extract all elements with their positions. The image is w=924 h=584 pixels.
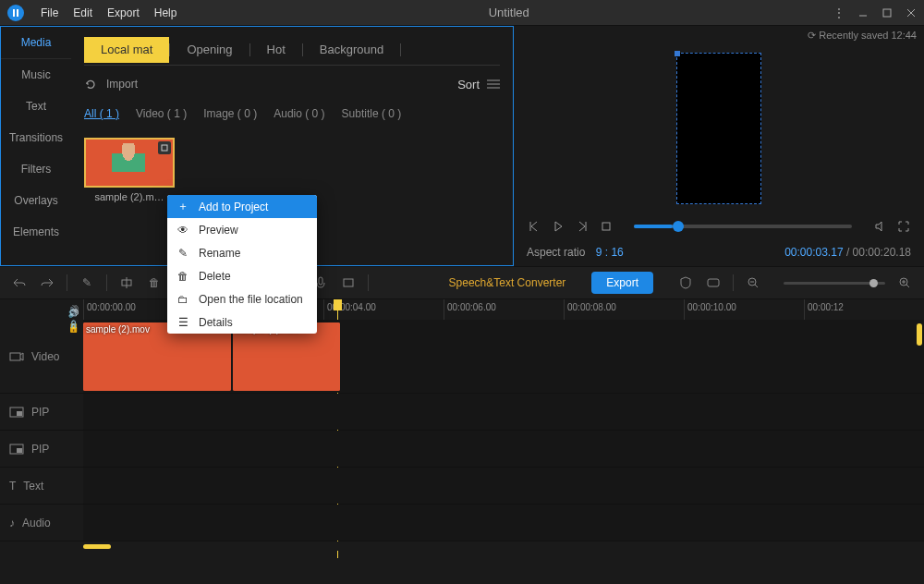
- sort-button[interactable]: Sort: [457, 78, 480, 91]
- window-title: Untitled: [184, 6, 833, 19]
- sidebar-item-transitions[interactable]: Transitions: [1, 122, 71, 153]
- thumbnail-label: sample (2).m…: [84, 191, 175, 202]
- time-current: 00:00:03.17: [784, 246, 843, 259]
- prev-frame-icon[interactable]: [527, 219, 541, 234]
- time-total: 00:00:20.18: [853, 246, 911, 259]
- time-ruler[interactable]: 00:00:00.00 00:00:02.00 00:00:04.00 00:0…: [0, 299, 924, 320]
- pencil-tool-icon[interactable]: ✎: [79, 274, 95, 291]
- track-pip-2[interactable]: PIP 🔊🔒: [0, 431, 924, 468]
- sidebar-item-filters[interactable]: Filters: [1, 153, 71, 185]
- horizontal-scrollbar[interactable]: [0, 541, 924, 551]
- ctx-preview[interactable]: 👁Preview: [167, 218, 317, 241]
- saved-status: ⟳ Recently saved 12:44: [514, 26, 924, 45]
- pip-icon: [9, 444, 24, 455]
- preview-viewport[interactable]: [676, 53, 761, 204]
- filter-subtitle[interactable]: Subtitle ( 0 ): [342, 107, 402, 120]
- menu-file[interactable]: File: [33, 6, 66, 19]
- track-video: Video 🔊🔒 sample (2).mov sample (2).mov: [0, 320, 924, 394]
- svg-rect-34: [17, 448, 22, 453]
- fit-icon[interactable]: [705, 274, 722, 291]
- redo-icon[interactable]: [39, 274, 55, 291]
- menu-help[interactable]: Help: [147, 6, 185, 19]
- zoom-out-icon[interactable]: [745, 274, 761, 291]
- timeline: 00:00:00.00 00:00:02.00 00:00:04.00 00:0…: [0, 299, 924, 551]
- zoom-in-icon[interactable]: [896, 274, 913, 291]
- export-button[interactable]: Export: [591, 272, 653, 294]
- tab-local[interactable]: Local mat: [84, 37, 169, 63]
- ctx-rename[interactable]: ✎Rename: [167, 241, 317, 264]
- svg-line-29: [906, 285, 909, 287]
- import-button[interactable]: Import: [106, 78, 138, 91]
- close-icon[interactable]: [906, 7, 917, 18]
- left-sidebar: Media Music Text Transitions Filters Ove…: [1, 27, 71, 265]
- eye-icon: 👁: [176, 224, 189, 237]
- svg-rect-22: [708, 279, 719, 286]
- refresh-icon[interactable]: [84, 78, 97, 91]
- volume-small-icon[interactable]: 🔊: [68, 309, 79, 318]
- stop-icon[interactable]: [599, 219, 614, 234]
- app-logo-icon: [7, 5, 24, 21]
- menu-edit[interactable]: Edit: [66, 6, 100, 19]
- volume-icon[interactable]: [872, 219, 887, 234]
- seek-bar[interactable]: [634, 225, 852, 228]
- preview-panel: ⟳ Recently saved 12:44 Aspect ratio 9 : …: [514, 26, 924, 266]
- vertical-scrollbar[interactable]: [917, 320, 922, 393]
- list-icon[interactable]: [487, 79, 500, 90]
- kebab-icon[interactable]: ⋮: [833, 6, 845, 19]
- filter-all[interactable]: All ( 1 ): [84, 107, 119, 120]
- lock-icon[interactable]: 🔒: [68, 323, 79, 333]
- context-menu: ＋Add to Project 👁Preview ✎Rename 🗑Delete…: [167, 195, 317, 334]
- tab-hot[interactable]: Hot: [250, 37, 302, 63]
- source-tabs: Local mat Opening Hot Background: [84, 34, 500, 66]
- aspect-value[interactable]: 9 : 16: [596, 246, 624, 259]
- track-pip-1[interactable]: PIP 🔊🔒: [0, 394, 924, 431]
- ctx-add-to-project[interactable]: ＋Add to Project: [167, 195, 317, 218]
- trash-tool-icon[interactable]: 🗑: [146, 274, 163, 291]
- shield-icon[interactable]: [677, 274, 694, 291]
- svg-rect-0: [13, 9, 15, 17]
- ctx-details[interactable]: ☰Details: [167, 310, 317, 334]
- next-frame-icon[interactable]: [575, 219, 590, 234]
- menu-export[interactable]: Export: [100, 6, 147, 19]
- video-track-icon: [9, 350, 24, 363]
- title-bar: File Edit Export Help Untitled ⋮: [0, 0, 924, 26]
- svg-rect-9: [162, 145, 167, 151]
- svg-rect-30: [10, 353, 20, 360]
- fullscreen-icon[interactable]: [896, 219, 911, 234]
- sidebar-item-music[interactable]: Music: [1, 59, 71, 91]
- pip-icon: [9, 407, 24, 418]
- svg-rect-21: [344, 279, 353, 286]
- track-text[interactable]: TText 🔊🔒: [0, 468, 924, 505]
- tab-opening[interactable]: Opening: [170, 37, 249, 63]
- ctx-delete[interactable]: 🗑Delete: [167, 264, 317, 287]
- split-icon[interactable]: [118, 274, 135, 291]
- ctx-open-location[interactable]: 🗀Open the file location: [167, 287, 317, 310]
- filter-video[interactable]: Video ( 1 ): [136, 107, 187, 120]
- play-icon[interactable]: [551, 219, 565, 234]
- track-audio[interactable]: ♪Audio 🔊🔒: [0, 505, 924, 541]
- speech-text-button[interactable]: Speech&Text Converter: [449, 276, 566, 289]
- timeline-toolbar: ✎ 🗑 T Speech&Text Converter Export: [0, 266, 924, 299]
- media-panel: Media Music Text Transitions Filters Ove…: [0, 26, 514, 266]
- minimize-icon[interactable]: [857, 7, 869, 18]
- filter-audio[interactable]: Audio ( 0 ): [274, 107, 324, 120]
- svg-rect-3: [883, 9, 891, 17]
- media-filter-tabs: All ( 1 ) Video ( 1 ) Image ( 0 ) Audio …: [84, 103, 500, 125]
- thumb-delete-icon[interactable]: [158, 141, 171, 154]
- svg-rect-32: [17, 411, 22, 416]
- sidebar-item-overlays[interactable]: Overlays: [1, 185, 71, 216]
- zoom-slider[interactable]: [784, 282, 885, 285]
- undo-icon[interactable]: [11, 274, 28, 291]
- maximize-icon[interactable]: [881, 7, 893, 18]
- filter-image[interactable]: Image ( 0 ): [203, 107, 257, 120]
- sidebar-item-media[interactable]: Media: [1, 27, 71, 58]
- svg-line-25: [755, 285, 758, 287]
- tab-background[interactable]: Background: [303, 37, 400, 63]
- media-thumbnail[interactable]: sample (2).m…: [84, 138, 175, 202]
- sidebar-item-text[interactable]: Text: [1, 91, 71, 122]
- svg-rect-20: [319, 277, 322, 285]
- stabilize-icon[interactable]: [340, 274, 357, 291]
- pencil-icon: ✎: [176, 247, 189, 260]
- trash-icon: 🗑: [176, 270, 189, 283]
- sidebar-item-elements[interactable]: Elements: [1, 216, 71, 248]
